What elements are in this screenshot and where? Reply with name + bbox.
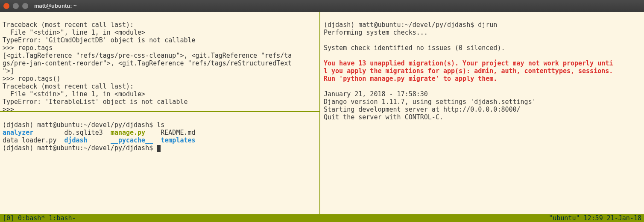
- prompt-sep: :: [80, 121, 84, 129]
- ls-file: db.sqlite3: [64, 129, 103, 136]
- prompt-end: $: [149, 144, 157, 152]
- prompt-end: $: [149, 121, 157, 129]
- output-line: Performing system checks...: [324, 29, 428, 36]
- tmux-pane-right[interactable]: (djdash) matt@ubuntu:~/devel/py/djdash$ …: [321, 12, 644, 214]
- output-line: TypeError: 'GitCmdObjectDB' object is no…: [3, 36, 196, 44]
- output-line: >>>: [3, 106, 14, 112]
- prompt-userhost: matt@ubuntu: [37, 121, 79, 129]
- ls-file: README.md: [161, 129, 195, 136]
- prompt-env: (djdash): [3, 121, 37, 129]
- terminal-container: Traceback (most recent call last): File …: [0, 12, 644, 222]
- output-line: >>> repo.tags: [3, 44, 53, 52]
- output-line: [<git.TagReference "refs/tags/pre-css-cl…: [3, 52, 292, 59]
- tmux-statusbar: [0] 0:bash* 1:bash- "ubuntu" 12:59 21-Ja…: [0, 214, 644, 222]
- output-line: Starting development server at http://0.…: [324, 106, 521, 113]
- output-line: TypeError: 'IterableList' object is not …: [3, 98, 187, 106]
- output-line: ">]: [3, 67, 14, 75]
- window-title: matt@ubuntu: ~: [34, 2, 77, 10]
- output-line: gs/pre-jan-content-reorder">, <git.TagRe…: [3, 59, 292, 67]
- output-line: >>> repo.tags(): [3, 75, 60, 83]
- prompt-userhost: matt@ubuntu: [358, 21, 401, 29]
- output-line: Quit the server with CONTROL-C.: [324, 113, 443, 121]
- output-line: Traceback (most recent call last):: [3, 21, 134, 29]
- warning-line: You have 13 unapplied migration(s). Your…: [324, 59, 613, 67]
- cursor-icon: [157, 145, 161, 152]
- prompt-sep: :: [401, 21, 405, 29]
- maximize-icon[interactable]: [22, 3, 28, 9]
- ls-dir: analyzer: [3, 129, 33, 136]
- prompt-path: ~/devel/py/djdash: [84, 121, 149, 129]
- prompt-end: $: [470, 21, 478, 29]
- close-icon[interactable]: [3, 3, 9, 9]
- ls-dir: __pycache__: [111, 136, 153, 144]
- output-line: System check identified no issues (0 sil…: [324, 44, 505, 52]
- status-right: "ubuntu" 12:59 21-Jan-18: [549, 214, 641, 222]
- output-line: January 21, 2018 - 17:58:30: [324, 90, 428, 98]
- ls-exec: manage.py: [111, 129, 145, 136]
- output-line: Django version 1.11.7, using settings 'd…: [324, 98, 536, 106]
- output-line: Traceback (most recent call last):: [3, 83, 134, 90]
- output-line: File "<stdin>", line 1, in <module>: [3, 29, 145, 36]
- prompt-userhost: matt@ubuntu: [37, 144, 79, 152]
- prompt-sep: :: [80, 144, 84, 152]
- window-titlebar: matt@ubuntu: ~: [0, 0, 644, 12]
- status-left: [0] 0:bash* 1:bash-: [3, 214, 76, 222]
- warning-line: Run 'python manage.py migrate' to apply …: [324, 75, 497, 83]
- ls-dir: djdash: [64, 136, 88, 144]
- prompt-env: (djdash): [324, 21, 358, 29]
- prompt-cmd: djrun: [478, 21, 497, 29]
- prompt-cmd: ls: [157, 121, 164, 129]
- ls-file: data_loader.py: [3, 136, 56, 144]
- prompt-path: ~/devel/py/djdash: [405, 21, 471, 29]
- tmux-pane-bottomleft[interactable]: (djdash) matt@ubuntu:~/devel/py/djdash$ …: [0, 112, 320, 214]
- ls-dir: templates: [161, 136, 195, 144]
- prompt-path: ~/devel/py/djdash: [84, 144, 149, 152]
- warning-line: l you apply the migrations for app(s): a…: [324, 67, 613, 75]
- output-line: File "<stdin>", line 1, in <module>: [3, 90, 145, 98]
- minimize-icon[interactable]: [13, 3, 19, 9]
- tmux-pane-topleft[interactable]: Traceback (most recent call last): File …: [0, 12, 320, 112]
- prompt-env: (djdash): [3, 144, 37, 152]
